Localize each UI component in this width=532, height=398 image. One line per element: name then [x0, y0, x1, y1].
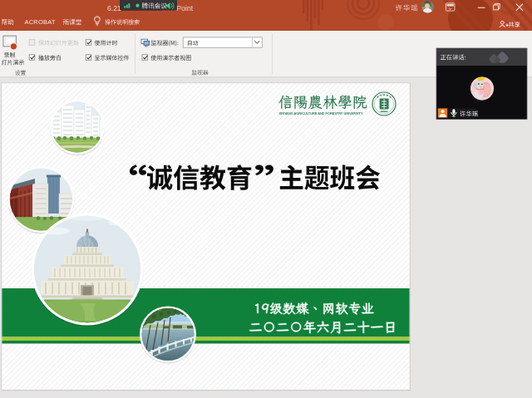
svg-text:ACROBAT: ACROBAT — [25, 18, 56, 26]
svg-text:6.21: 6.21 — [107, 4, 121, 12]
svg-text:XINYANG AGRICULTURE AND FOREST: XINYANG AGRICULTURE AND FORESTRY UNIVERS… — [279, 111, 363, 115]
